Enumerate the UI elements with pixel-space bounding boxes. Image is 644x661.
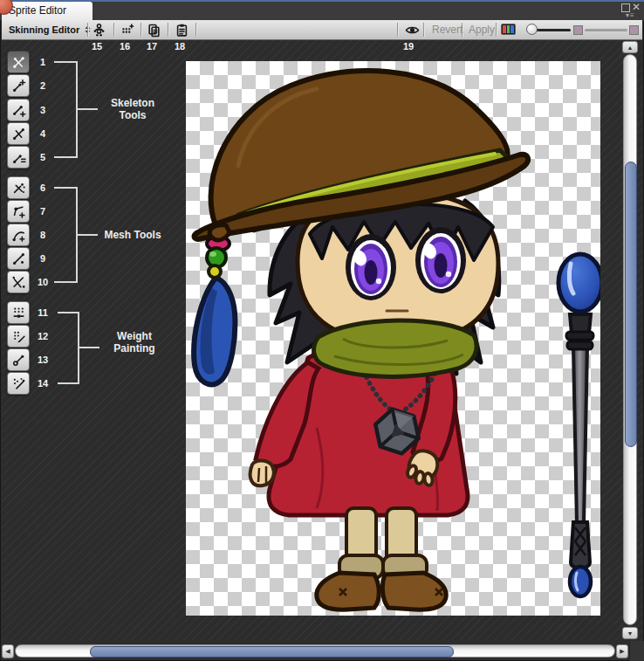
vertical-scrollbar-track[interactable]: [623, 54, 637, 625]
annotation-number: 1: [31, 51, 54, 73]
apply-button[interactable]: Apply: [463, 22, 500, 38]
alpha-swatch-icon: [629, 25, 639, 35]
split-edge-icon: [11, 251, 26, 266]
opacity-slider-track[interactable]: [536, 29, 571, 31]
tool-button-2[interactable]: [7, 74, 30, 97]
scroll-up-button[interactable]: ▲: [622, 41, 638, 53]
weight-slider-icon: [11, 306, 26, 320]
bone-add-icon: [11, 103, 26, 118]
window-menu-icon[interactable]: ▾≡: [626, 11, 635, 20]
annotation-number: 15: [92, 41, 102, 52]
toolbar-separator: [423, 23, 424, 37]
annotation-number: 6: [31, 176, 54, 199]
toolbar-separator: [195, 23, 196, 37]
titlebar: Sprite Editor: [0, 2, 644, 21]
eye-icon: [405, 23, 420, 38]
copy-button[interactable]: [144, 22, 163, 38]
tab-title: Sprite Editor: [9, 4, 66, 17]
mode-dropdown[interactable]: Skinning Editor: [5, 22, 95, 38]
toolbar-separator: [140, 23, 141, 37]
toolbar-separator: [113, 23, 114, 37]
sprite-canvas[interactable]: [186, 61, 600, 616]
mode-dropdown-label: Skinning Editor: [9, 24, 79, 35]
annotation-number: 7: [31, 200, 54, 223]
skeleton-tools-label: Skeleton Tools: [96, 97, 169, 121]
scarf: [314, 320, 477, 376]
scroll-right-button[interactable]: ▶: [616, 644, 628, 658]
spritesheet-button[interactable]: [117, 22, 136, 38]
annotation-number: 9: [31, 247, 54, 270]
tool-button-1[interactable]: [7, 51, 30, 73]
bone-influence-icon: [11, 353, 26, 368]
sprite-editor-window: Sprite Editor ✕ ▾≡ Skinning Editor Rever…: [0, 0, 644, 661]
create-edge-icon: [11, 228, 26, 243]
annotation-number: 10: [31, 271, 54, 293]
tool-button-10[interactable]: [7, 271, 30, 293]
bone-split-icon: [11, 127, 26, 141]
generate-weights-icon: [11, 376, 26, 391]
staff: [558, 254, 600, 596]
secondary-slider-track[interactable]: [585, 29, 627, 31]
toolbar-separator: [87, 23, 88, 37]
visibility-button[interactable]: [402, 22, 421, 38]
bone-lines-icon: [11, 150, 26, 165]
annotation-number: 14: [31, 372, 54, 395]
hat-tassel: [194, 237, 235, 384]
window-tab[interactable]: Sprite Editor: [2, 2, 92, 20]
spritesheet-icon: [120, 23, 134, 38]
alpha-swatch-icon: [573, 25, 583, 35]
annotation-number: 13: [31, 348, 54, 371]
blue-bar: [510, 25, 514, 33]
toolbar-separator: [168, 23, 168, 37]
weight-painting-label: Weight Painting: [98, 330, 171, 355]
vertical-scrollbar-thumb[interactable]: [625, 162, 637, 447]
annotation-number: 16: [120, 41, 130, 52]
tool-button-8[interactable]: [7, 224, 30, 246]
toolbar-separator: [397, 23, 398, 37]
annotation-number: 3: [31, 99, 54, 121]
opacity-slider-knob[interactable]: [526, 24, 538, 35]
scroll-left-button[interactable]: ◀: [2, 644, 14, 658]
create-vertex-icon: [11, 204, 26, 219]
paste-icon: [175, 23, 189, 38]
doll-icon: [92, 23, 106, 38]
sprite-character-artwork: [186, 61, 600, 616]
revert-button[interactable]: Revert: [427, 22, 468, 38]
annotation-number: 12: [31, 325, 54, 348]
close-icon[interactable]: ✕: [632, 3, 641, 11]
weight-brush-icon: [11, 329, 26, 344]
annotation-number: 18: [175, 41, 185, 52]
tool-button-12[interactable]: [7, 325, 30, 348]
doll-button[interactable]: [89, 22, 108, 38]
tool-button-5[interactable]: [7, 146, 30, 169]
annotation-number: 2: [31, 74, 54, 97]
tool-button-4[interactable]: [7, 122, 30, 145]
tool-button-14[interactable]: [7, 372, 30, 395]
tool-button-3[interactable]: [7, 99, 30, 121]
tool-button-13[interactable]: [7, 348, 30, 371]
edit-geometry-icon: [11, 275, 26, 290]
annotation-number: 19: [403, 41, 414, 52]
bone-cross-icon: [11, 55, 26, 70]
tool-button-11[interactable]: [7, 301, 30, 324]
annotation-number: 4: [31, 122, 54, 145]
bone-move-icon: [11, 79, 26, 93]
paste-button[interactable]: [172, 22, 191, 38]
annotation-number: 8: [31, 224, 54, 246]
scroll-down-button[interactable]: ▼: [622, 627, 638, 639]
horizontal-scrollbar-track[interactable]: [15, 644, 615, 658]
legs: [317, 508, 446, 609]
horizontal-scrollbar-thumb[interactable]: [90, 646, 454, 658]
tool-button-7[interactable]: [7, 200, 30, 223]
tool-button-9[interactable]: [7, 247, 30, 270]
annotation-number: 11: [31, 301, 54, 324]
color-channels-icon[interactable]: [501, 24, 516, 35]
scrollbar-corner: [629, 641, 644, 661]
red-bar: [503, 25, 506, 33]
tool-button-6[interactable]: [7, 176, 30, 199]
annotation-number: 5: [31, 146, 54, 169]
copy-icon: [147, 23, 161, 38]
auto-geometry-icon: [11, 181, 26, 196]
mesh-tools-label: Mesh Tools: [96, 229, 169, 241]
annotation-number: 17: [147, 41, 157, 52]
